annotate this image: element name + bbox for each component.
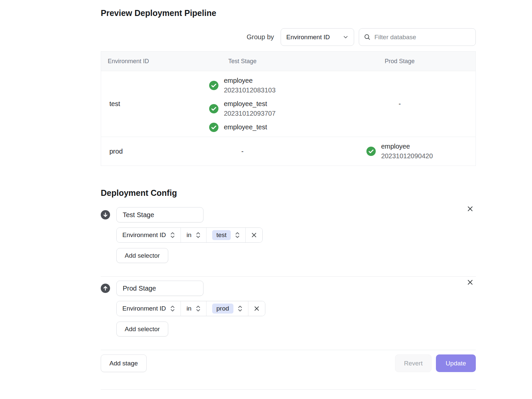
add-stage-button[interactable]: Add stage: [101, 354, 147, 372]
chevrons-up-down-icon: [196, 305, 200, 312]
remove-selector-button[interactable]: [245, 228, 262, 242]
table-row-test: test employee 20231012083103 employee_te…: [101, 71, 475, 137]
empty-stage-dash: -: [241, 148, 244, 155]
selector-field-value: Environment ID: [122, 305, 166, 312]
schema-version: 20231012090420: [381, 151, 433, 161]
database-name: employee: [224, 76, 276, 85]
stage-name-input[interactable]: Test Stage: [116, 207, 203, 222]
remove-stage-button[interactable]: [465, 204, 475, 214]
table-header-row: Environment ID Test Stage Prod Stage: [101, 52, 475, 71]
group-by-selected-value: Environment ID: [286, 34, 330, 41]
pipeline-table: Environment ID Test Stage Prod Stage tes…: [101, 51, 476, 166]
remove-stage-button[interactable]: [465, 277, 475, 287]
deployment-item: employee_test 20231012093707: [209, 99, 276, 118]
deployment-item: employee 20231012090420: [366, 142, 433, 161]
chevrons-up-down-icon: [238, 305, 242, 312]
right-buttons: Revert Update: [395, 354, 476, 372]
schema-version: 20231012083103: [224, 85, 276, 95]
chevrons-up-down-icon: [235, 231, 240, 239]
selector-operator-value: in: [187, 305, 192, 312]
selector-rule: Environment ID in test: [116, 227, 263, 243]
deployment-list: employee 20231012090420: [366, 142, 433, 161]
column-header-prod-stage: Prod Stage: [301, 58, 475, 65]
add-selector-button[interactable]: Add selector: [116, 322, 168, 336]
empty-stage-dash: -: [399, 100, 401, 108]
column-header-environment-id: Environment ID: [101, 58, 184, 65]
page-title: Preview Deployment Pipeline: [101, 0, 476, 18]
search-icon: [364, 34, 371, 41]
check-circle-icon: [366, 147, 376, 156]
deployment-text: employee_test: [224, 122, 267, 132]
deployment-text: employee 20231012090420: [381, 142, 433, 161]
deployment-item: employee_test: [209, 122, 267, 132]
selector-rule: Environment ID in prod: [116, 301, 265, 316]
arrow-up-circle-icon: [101, 284, 110, 293]
selector-value-select[interactable]: prod: [206, 301, 248, 316]
environment-id-cell: prod: [101, 148, 184, 155]
deployment-list: employee 20231012083103 employee_test 20…: [209, 76, 276, 132]
arrow-down-circle-icon: [101, 210, 110, 219]
test-stage-cell: -: [184, 148, 301, 155]
update-button[interactable]: Update: [436, 354, 476, 372]
chevrons-up-down-icon: [170, 231, 175, 239]
main-content: Preview Deployment Pipeline Group by Env…: [101, 0, 476, 390]
stage-name-input[interactable]: Prod Stage: [116, 281, 203, 296]
close-icon: [466, 279, 474, 286]
chevrons-up-down-icon: [170, 305, 175, 312]
close-icon: [466, 205, 474, 212]
bottom-divider: [101, 389, 476, 390]
schema-version: 20231012093707: [224, 109, 276, 118]
prod-stage-cell: employee 20231012090420: [301, 142, 475, 161]
check-circle-icon: [209, 81, 218, 90]
chevron-down-icon: [343, 34, 348, 40]
table-controls-row: Group by Environment ID: [101, 28, 476, 46]
stage-divider: [101, 276, 476, 277]
stage-block-prod: Prod Stage Environment ID in prod A: [101, 281, 476, 336]
close-icon: [251, 232, 257, 238]
selector-field-value: Environment ID: [122, 231, 166, 239]
column-header-test-stage: Test Stage: [184, 58, 301, 65]
check-circle-icon: [209, 104, 218, 113]
chevrons-up-down-icon: [196, 231, 200, 239]
selector-field-select[interactable]: Environment ID: [117, 228, 181, 242]
database-name: employee_test: [224, 99, 276, 109]
test-stage-cell: employee 20231012083103 employee_test 20…: [184, 76, 301, 132]
filter-database-field[interactable]: [359, 28, 476, 46]
selector-operator-value: in: [187, 231, 192, 239]
stage-header: Test Stage: [101, 207, 476, 222]
group-by-label: Group by: [247, 33, 274, 41]
environment-id-cell: test: [101, 100, 184, 108]
deployment-item: employee 20231012083103: [209, 76, 276, 95]
selector-field-select[interactable]: Environment ID: [117, 301, 181, 316]
close-icon: [253, 305, 260, 312]
deployment-text: employee 20231012083103: [224, 76, 276, 95]
group-by-select[interactable]: Environment ID: [281, 28, 354, 46]
actions-row: Add stage Revert Update: [101, 354, 476, 372]
selector-operator-select[interactable]: in: [181, 301, 206, 316]
selector-value-pill: test: [212, 230, 231, 240]
actions-divider: [101, 350, 476, 350]
database-name: employee: [381, 142, 433, 151]
deployment-text: employee_test 20231012093707: [224, 99, 276, 118]
selector-operator-select[interactable]: in: [181, 228, 206, 242]
stage-header: Prod Stage: [101, 281, 476, 296]
database-name: employee_test: [224, 122, 267, 132]
table-row-prod: prod - employee 20231012090420: [101, 137, 475, 166]
check-circle-icon: [209, 123, 218, 132]
revert-button[interactable]: Revert: [395, 354, 432, 372]
prod-stage-cell: -: [301, 100, 475, 108]
stage-block-test: Test Stage Environment ID in test A: [101, 207, 476, 263]
filter-database-input[interactable]: [374, 34, 471, 41]
selector-value-select[interactable]: test: [206, 228, 246, 242]
remove-selector-button[interactable]: [248, 301, 265, 316]
add-selector-button[interactable]: Add selector: [116, 248, 168, 263]
deployment-config-title: Deployment Config: [101, 188, 476, 198]
selector-value-pill: prod: [212, 304, 233, 314]
